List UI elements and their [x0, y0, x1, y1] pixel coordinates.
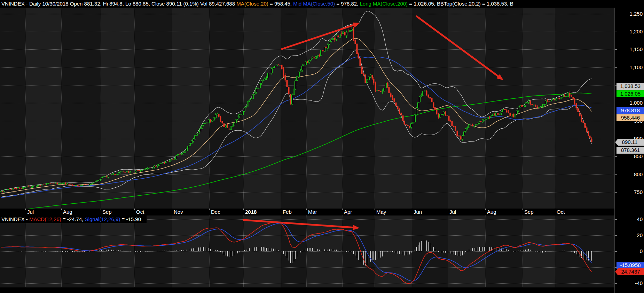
month-tick [243, 209, 244, 210]
macd-title-signal-value: = -15.90 [120, 216, 141, 222]
bbtop-value-box: 1,038.53 [616, 83, 644, 90]
title-segment-bbtop: BBTop(Close,20,2) = 1,038.53, B [437, 1, 513, 7]
chart-title-bar: VNINDEX - Daily 10/30/2018 Open 881.32, … [0, 0, 644, 8]
title-segment-ma20-label: MA(Close,20) [236, 1, 268, 7]
axis-tick [615, 283, 617, 284]
axis-tick [615, 174, 617, 175]
macd-chart-canvas[interactable] [0, 215, 614, 287]
price-axis-label: 1,200 [618, 29, 643, 35]
macd-axis-label: -40 [618, 280, 643, 286]
ma50-value-box: 978.818 [616, 107, 644, 114]
month-tick [25, 209, 26, 210]
price-axis-label: 750 [618, 189, 643, 195]
title-segment-ma200-label: Long MA(Close,200) [360, 1, 408, 7]
ma20-value-box: 958.446 [616, 114, 644, 121]
price-axis[interactable]: 1,2501,2001,1501,1001,0501,0009509008508… [614, 8, 644, 293]
macd-value-box: -24.7437 [615, 268, 644, 275]
axis-tick [615, 219, 617, 220]
month-tick [61, 209, 62, 210]
axis-tick [615, 156, 617, 157]
price-axis-label: 850 [618, 153, 643, 160]
month-tick [485, 209, 486, 210]
date-axis[interactable]: JulAugSepOctNovDec2018FebMarAprMayJunJul… [0, 209, 614, 215]
macd-title-bar: VNINDEX - MACD(12,26) = -24.74, Signal(1… [0, 215, 147, 223]
price-axis-label: 1,250 [618, 11, 643, 17]
month-tick [101, 209, 101, 210]
macd-title-macd-label: MACD(12,26) [29, 216, 61, 222]
month-tick [209, 209, 210, 210]
month-tick [523, 209, 523, 210]
month-tick [281, 209, 281, 210]
price-chart-canvas[interactable] [0, 8, 614, 209]
title-segment-ma20-value: = 958.45, [268, 1, 293, 7]
signal-value-box: -15.8958 [616, 262, 644, 269]
ma200-value-box: 1,026.05 [616, 90, 644, 97]
date-axis-label: Apr [344, 209, 352, 215]
date-axis-label: 2018 [245, 209, 257, 215]
axis-tick [615, 67, 617, 68]
date-axis-label: Aug [63, 209, 72, 215]
axis-tick [615, 192, 617, 193]
axis-tick [615, 14, 617, 14]
macd-axis-label: 0 [618, 248, 643, 254]
month-tick [172, 209, 172, 210]
price-axis-label: 800 [618, 171, 643, 178]
price-axis-label: 1,000 [618, 100, 643, 106]
date-axis-label: Nov [174, 209, 183, 215]
month-tick [375, 209, 375, 210]
date-axis-label: Jul [27, 209, 34, 215]
axis-tick [615, 251, 617, 252]
date-axis-label: Dec [211, 209, 220, 215]
date-axis-label: Sep [524, 209, 534, 215]
title-segment-ohlc: VNINDEX - Daily 10/30/2018 Open 881.32, … [1, 1, 236, 7]
macd-title-macd-value: = -24.74, [61, 216, 85, 222]
date-axis-label: Oct [136, 209, 144, 215]
month-tick [134, 209, 135, 210]
title-segment-ma200-value: = 1,026.05, [408, 1, 437, 7]
bbbot-value-box: 878.361 [616, 147, 644, 154]
axis-tick [615, 139, 617, 139]
date-axis-label: Feb [283, 209, 292, 215]
axis-tick [615, 235, 617, 236]
date-axis-label: Aug [487, 209, 496, 215]
month-tick [448, 209, 448, 210]
date-axis-label: Jul [449, 209, 456, 215]
price-axis-label: 1,100 [618, 64, 643, 71]
price-axis-label: 1,150 [618, 46, 643, 52]
date-axis-label: May [376, 209, 386, 215]
month-tick [555, 209, 555, 210]
title-segment-ma50-label: Mid MA(Close,50) [293, 1, 335, 7]
month-tick [306, 209, 307, 210]
axis-tick [615, 32, 617, 32]
month-tick [412, 209, 412, 210]
title-segment-ma50-value: = 978.82, [335, 1, 360, 7]
macd-axis-label: 40 [618, 216, 643, 222]
date-axis-label: Oct [557, 209, 565, 215]
axis-tick [615, 49, 617, 50]
date-axis-label: Jun [414, 209, 422, 215]
axis-tick [615, 103, 617, 103]
date-axis-label: Mar [308, 209, 317, 215]
macd-title-symbol: VNINDEX - [1, 216, 29, 222]
macd-axis-label: 20 [618, 232, 643, 238]
macd-title-signal-label: Signal(12,26,9) [85, 216, 120, 222]
last-price-box: 890.11 [615, 139, 644, 146]
month-tick [342, 209, 343, 210]
date-axis-label: Sep [102, 209, 112, 215]
